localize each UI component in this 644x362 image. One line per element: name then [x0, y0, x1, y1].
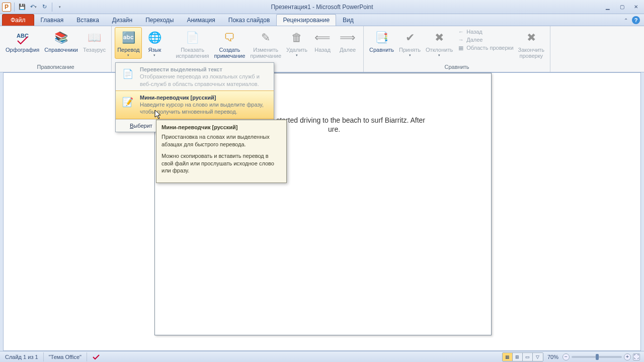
- markup-icon: 📄: [185, 30, 201, 46]
- compare-button[interactable]: 📑 Сравнить: [367, 27, 396, 54]
- delete-icon: 🗑: [289, 30, 305, 46]
- label: Язык: [148, 47, 162, 53]
- group-proofing: ABC Орфография 📚 Справочники 📖 Тезаурус …: [0, 26, 112, 72]
- thesaurus-icon: 📖: [87, 30, 103, 46]
- pane-icon: ▦: [457, 44, 464, 51]
- zoom-level[interactable]: 70%: [547, 354, 558, 360]
- tooltip-title: Мини-переводчик [русский]: [162, 124, 281, 130]
- label: Тезаурус: [83, 47, 106, 53]
- ribbon: ABC Орфография 📚 Справочники 📖 Тезаурус …: [0, 26, 644, 72]
- slide-count[interactable]: Слайд 1 из 1: [0, 352, 44, 361]
- tab-design[interactable]: Дизайн: [106, 14, 139, 26]
- help-icon[interactable]: ?: [632, 16, 640, 24]
- ribbon-collapse-icon[interactable]: ⌃: [624, 18, 628, 23]
- tooltip-p2: Можно скопировать и вставить перевод в с…: [162, 152, 281, 175]
- research-button[interactable]: 📚 Справочники: [42, 27, 80, 54]
- label: Далее: [340, 47, 356, 53]
- minimize-button[interactable]: ▁: [604, 4, 612, 11]
- tab-slideshow[interactable]: Показ слайдов: [222, 14, 277, 26]
- next-comment-button[interactable]: ⟹ Далее: [335, 27, 360, 54]
- prev-comment-button[interactable]: ⟸ Назад: [310, 27, 335, 54]
- compare-nav: ←Назад →Далее ▦Область проверки: [455, 27, 515, 52]
- status-bar: Слайд 1 из 1 "Тема Office" ▦ ⊞ ▭ ▽ 70% −…: [0, 351, 644, 362]
- chevron-down-icon: ▾: [127, 53, 129, 57]
- tab-home[interactable]: Главная: [34, 14, 70, 26]
- tooltip: Мини-переводчик [русский] Приостановка н…: [156, 120, 287, 183]
- review-pane-button[interactable]: ▦Область проверки: [457, 44, 513, 51]
- zoom-thumb[interactable]: [596, 354, 599, 360]
- label: Показать исправления: [176, 47, 209, 59]
- group-label: Правописание: [3, 64, 108, 71]
- label: Закончить проверку: [518, 47, 545, 59]
- window-title: Презентация1 - Microsoft PowerPoint: [271, 4, 373, 11]
- edit-comment-button[interactable]: ✎ Изменить примечание: [248, 27, 284, 60]
- show-markup-button[interactable]: 📄 Показать исправления: [173, 27, 211, 60]
- accept-icon: ✔: [402, 30, 418, 46]
- reading-view-button[interactable]: ▭: [523, 353, 533, 361]
- label: Изменить примечание: [250, 47, 281, 59]
- doc-translate-icon: 📄: [120, 66, 136, 82]
- redo-icon[interactable]: ↻: [40, 3, 49, 12]
- reject-button[interactable]: ✖ Отклонить ▾: [423, 27, 455, 59]
- translate-icon: 🔤: [120, 30, 136, 46]
- reject-icon: ✖: [431, 30, 447, 46]
- tab-transitions[interactable]: Переходы: [139, 14, 180, 26]
- label: Орфография: [6, 47, 39, 53]
- sorter-view-button[interactable]: ⊞: [513, 353, 523, 361]
- new-comment-button[interactable]: 🗨 Создать примечание: [212, 27, 248, 60]
- undo-icon[interactable]: ↶▾: [29, 3, 38, 12]
- tab-view[interactable]: Вид: [336, 14, 360, 26]
- view-buttons: ▦ ⊞ ▭ ▽: [502, 352, 543, 361]
- fit-window-button[interactable]: ⛶: [633, 353, 640, 360]
- end-review-icon: ✖: [523, 30, 539, 46]
- label: Перевод: [117, 47, 139, 53]
- title-bar: P 💾 ↶▾ ↻ ▾ Презентация1 - Microsoft Powe…: [0, 0, 644, 14]
- end-review-button[interactable]: ✖ Закончить проверку: [516, 27, 547, 60]
- tab-review[interactable]: Рецензирование: [276, 14, 336, 26]
- group-compare: 📑 Сравнить ✔ Принять ▾ ✖ Отклонить ▾ ←На…: [364, 26, 550, 72]
- back-icon: ←: [457, 28, 464, 35]
- zoom-in-button[interactable]: +: [624, 353, 631, 360]
- tooltip-p1: Приостановка на словах или выделенных аб…: [162, 133, 281, 148]
- label: Создать примечание: [214, 47, 246, 59]
- prev-icon: ⟸: [314, 30, 331, 46]
- item-title: Перевести выделенный текст: [140, 66, 270, 73]
- slideshow-view-button[interactable]: ▽: [533, 353, 543, 361]
- thesaurus-button[interactable]: 📖 Тезаурус: [80, 27, 108, 54]
- compare-fwd-button[interactable]: →Далее: [457, 36, 513, 43]
- item-desc: Наведите курсор на слово или выделите фр…: [140, 101, 270, 116]
- mini-translator-item[interactable]: 📝 Мини-переводчик [русский] Наведите кур…: [116, 90, 274, 119]
- normal-view-button[interactable]: ▦: [503, 353, 513, 361]
- chevron-down-icon: ▾: [153, 53, 155, 57]
- save-icon[interactable]: 💾: [18, 3, 27, 12]
- language-button[interactable]: 🌐 Язык ▾: [142, 27, 167, 59]
- translate-selected-item[interactable]: 📄 Перевести выделенный текст Отображение…: [116, 63, 274, 90]
- compare-back-button[interactable]: ←Назад: [457, 28, 513, 35]
- spellcheck-status[interactable]: [87, 352, 105, 361]
- qat-customize-icon[interactable]: ▾: [55, 3, 64, 12]
- spelling-button[interactable]: ABC Орфография: [3, 27, 42, 54]
- maximize-button[interactable]: ▢: [618, 4, 626, 11]
- translate-button[interactable]: 🔤 Перевод ▾: [115, 27, 142, 59]
- tab-insert[interactable]: Вставка: [70, 14, 106, 26]
- quick-access-toolbar: P 💾 ↶▾ ↻ ▾: [0, 2, 64, 12]
- theme-name[interactable]: "Тема Office": [44, 352, 87, 361]
- compare-icon: 📑: [374, 30, 390, 46]
- mini-translate-icon: 📝: [120, 94, 136, 110]
- spelling-icon: ABC: [15, 30, 31, 46]
- delete-comment-button[interactable]: 🗑 Удалить ▾: [284, 27, 310, 59]
- next-icon: ⟹: [340, 30, 356, 46]
- edit-area: est vacations. I started driving to the …: [3, 72, 641, 351]
- tab-animations[interactable]: Анимация: [180, 14, 221, 26]
- close-button[interactable]: ✕: [632, 4, 640, 11]
- label: Сравнить: [369, 47, 394, 53]
- zoom-slider[interactable]: [572, 356, 622, 358]
- tab-file[interactable]: Файл: [2, 14, 34, 26]
- edit-comment-icon: ✎: [258, 30, 274, 46]
- accept-button[interactable]: ✔ Принять ▾: [396, 27, 423, 59]
- ribbon-tabs: Файл Главная Вставка Дизайн Переходы Ани…: [0, 14, 644, 26]
- app-icon[interactable]: P: [2, 3, 11, 12]
- research-icon: 📚: [53, 30, 69, 46]
- zoom-out-button[interactable]: −: [562, 353, 570, 360]
- fwd-icon: →: [457, 36, 464, 43]
